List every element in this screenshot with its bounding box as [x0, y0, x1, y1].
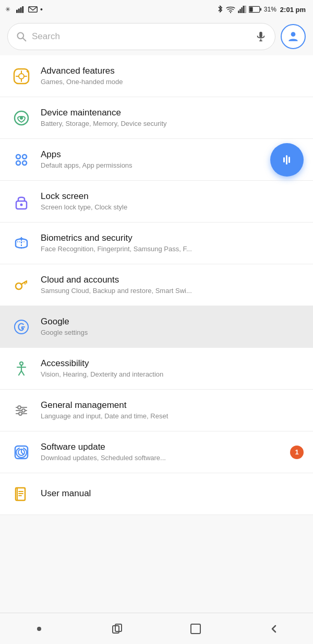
search-bar[interactable]: Search — [7, 23, 275, 50]
svg-rect-3 — [20, 7, 22, 13]
voice-waves-icon — [279, 152, 295, 168]
device-maintenance-icon — [9, 106, 33, 130]
biometrics-subtitle: Face Recognition, Fingerprint, Samsung P… — [41, 245, 304, 254]
svg-line-52 — [21, 371, 24, 375]
cloud-accounts-text: Cloud and accounts Samsung Cloud, Backup… — [41, 274, 304, 296]
apps-title: Apps — [41, 149, 304, 160]
settings-item-device-maintenance[interactable]: Device maintenance Battery, Storage, Mem… — [0, 97, 313, 139]
svg-rect-7 — [238, 10, 239, 13]
svg-point-58 — [19, 412, 22, 415]
user-manual-title: User manual — [41, 488, 304, 499]
svg-point-32 — [16, 161, 20, 165]
apps-icon — [9, 148, 33, 172]
settings-item-advanced-features[interactable]: ✦ Advanced features Games, One-handed mo… — [0, 55, 313, 97]
device-maintenance-title: Device maintenance — [41, 107, 304, 119]
mic-icon[interactable] — [255, 31, 267, 42]
svg-rect-9 — [241, 7, 242, 13]
svg-point-29 — [20, 116, 23, 120]
svg-point-22 — [19, 74, 24, 79]
wifi-icon — [226, 6, 235, 13]
svg-line-51 — [19, 371, 21, 375]
nav-back-button[interactable] — [235, 613, 313, 644]
svg-rect-11 — [244, 6, 245, 13]
google-title: Google — [41, 316, 304, 327]
lock-screen-title: Lock screen — [41, 191, 304, 202]
advanced-features-title: Advanced features — [41, 65, 304, 77]
user-manual-icon — [9, 482, 33, 506]
svg-point-31 — [22, 155, 27, 159]
settings-item-general-management[interactable]: General management Language and input, D… — [0, 390, 313, 431]
apps-text: Apps Default apps, App permissions — [41, 149, 304, 170]
user-manual-text: User manual — [41, 488, 304, 499]
svg-point-33 — [22, 161, 27, 165]
general-management-title: General management — [41, 400, 304, 411]
svg-rect-35 — [286, 155, 287, 165]
nav-dot-button[interactable] — [0, 613, 78, 644]
svg-point-30 — [16, 155, 20, 159]
google-subtitle: Google settings — [41, 329, 304, 337]
svg-rect-17 — [259, 32, 262, 38]
nav-home-button[interactable] — [156, 613, 235, 644]
back-icon — [268, 623, 280, 635]
signal-bars-icon — [16, 6, 26, 13]
svg-line-16 — [23, 38, 26, 41]
nav-dot-icon — [37, 627, 41, 631]
settings-item-lock-screen[interactable]: Lock screen Screen lock type, Clock styl… — [0, 181, 313, 223]
google-text: Google Google settings — [41, 316, 304, 337]
svg-rect-2 — [18, 9, 20, 13]
home-icon — [189, 622, 202, 636]
settings-item-biometrics[interactable]: Biometrics and security Face Recognition… — [0, 223, 313, 264]
svg-point-54 — [18, 406, 21, 409]
settings-item-apps[interactable]: Apps Default apps, App permissions — [0, 139, 313, 181]
settings-item-cloud-accounts[interactable]: Cloud and accounts Samsung Cloud, Backup… — [0, 264, 313, 306]
status-right-icons: 31% 2:01 pm — [217, 5, 306, 14]
voice-assistant-fab[interactable] — [270, 143, 304, 177]
svg-rect-68 — [191, 624, 200, 634]
accessibility-title: Accessibility — [41, 358, 304, 369]
avatar-button[interactable] — [281, 24, 306, 49]
lock-screen-icon — [9, 190, 33, 214]
search-bar-container: Search — [0, 19, 313, 55]
biometrics-text: Biometrics and security Face Recognition… — [41, 232, 304, 254]
svg-rect-4 — [22, 6, 23, 13]
bottom-navigation — [0, 613, 313, 644]
software-update-badge: 1 — [290, 446, 304, 459]
settings-item-user-manual[interactable]: User manual — [0, 473, 313, 515]
search-icon — [16, 31, 27, 42]
battery-percent: 31% — [264, 6, 276, 13]
svg-rect-36 — [288, 157, 290, 163]
svg-point-56 — [22, 409, 25, 412]
svg-rect-8 — [239, 9, 240, 13]
notification-dot: • — [40, 5, 43, 14]
user-avatar-icon — [286, 30, 300, 43]
advanced-features-text: Advanced features Games, One-handed mode — [41, 65, 304, 87]
biometrics-title: Biometrics and security — [41, 232, 304, 244]
settings-item-software-update[interactable]: Software update Download updates, Schedu… — [0, 431, 313, 473]
svg-rect-62 — [17, 488, 25, 500]
svg-rect-10 — [243, 6, 244, 13]
status-left-icons: ✳ • — [5, 5, 43, 14]
svg-text:✳: ✳ — [5, 6, 10, 13]
cloud-accounts-title: Cloud and accounts — [41, 274, 304, 286]
settings-item-accessibility[interactable]: Accessibility Vision, Hearing, Dexterity… — [0, 348, 313, 390]
settings-item-google[interactable]: Google Google settings — [0, 306, 313, 348]
svg-rect-14 — [260, 8, 261, 11]
gmail-icon — [28, 6, 38, 13]
general-management-text: General management Language and input, D… — [41, 400, 304, 421]
software-update-icon — [9, 440, 33, 464]
asterisk-icon: ✳ — [5, 5, 14, 14]
cell-signal-icon — [238, 6, 246, 13]
general-management-subtitle: Language and input, Date and time, Reset — [41, 412, 304, 421]
nav-recents-button[interactable] — [78, 613, 156, 644]
search-placeholder-text: Search — [32, 31, 250, 42]
svg-point-20 — [291, 32, 296, 37]
advanced-features-icon: ✦ — [9, 64, 33, 88]
google-icon — [9, 315, 33, 339]
svg-rect-13 — [249, 7, 252, 12]
svg-rect-1 — [16, 10, 18, 13]
general-management-icon — [9, 399, 33, 423]
cloud-accounts-subtitle: Samsung Cloud, Backup and restore, Smart… — [41, 287, 304, 296]
settings-list: ✦ Advanced features Games, One-handed mo… — [0, 55, 313, 515]
device-maintenance-text: Device maintenance Battery, Storage, Mem… — [41, 107, 304, 128]
svg-line-44 — [21, 281, 27, 284]
